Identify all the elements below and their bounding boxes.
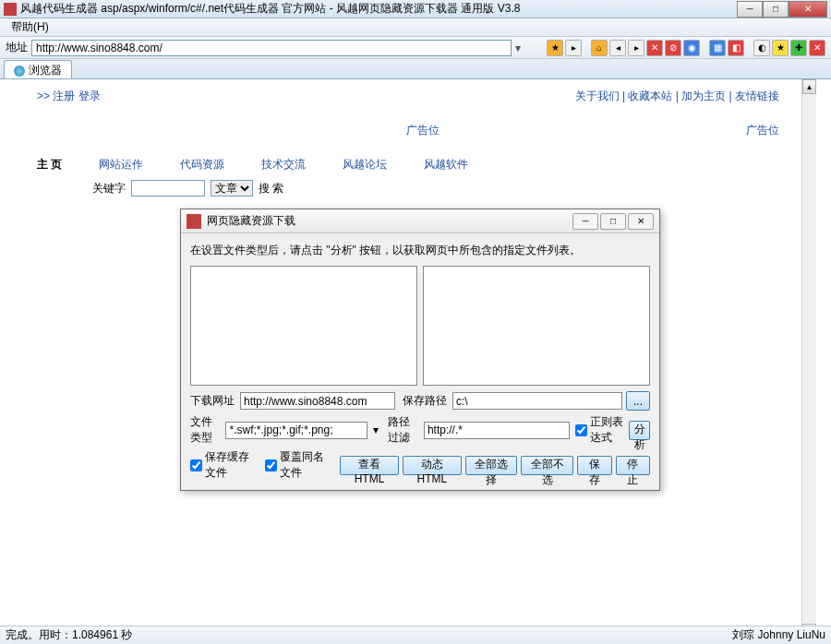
address-bar: 地址 ▾ ★ ▸ ⌂ ◂ ▸ ✕ ⊘ ◉ ▦ ◧ ◐ ★ ✚ ✕: [0, 37, 831, 59]
address-dropdown-icon[interactable]: ▾: [515, 42, 521, 54]
friendlinks-link[interactable]: 友情链接: [735, 89, 779, 102]
filter-input[interactable]: [424, 422, 570, 439]
savepath-input[interactable]: [452, 392, 622, 410]
result-listbox[interactable]: [423, 266, 650, 386]
keyword-label: 关键字: [92, 181, 126, 197]
tool-icon-stop2[interactable]: ⊘: [665, 40, 681, 56]
app-icon: [4, 3, 17, 16]
tab-globe-icon: [14, 66, 25, 77]
filetype-label: 文件类型: [190, 414, 222, 446]
maximize-button[interactable]: □: [763, 1, 789, 18]
favorite-link[interactable]: 收藏本站: [628, 89, 672, 102]
menu-bar: 帮助(H): [0, 18, 831, 37]
minimize-button[interactable]: ─: [737, 1, 763, 18]
register-link[interactable]: >> 注册: [37, 89, 75, 102]
search-button[interactable]: 搜 索: [259, 181, 283, 197]
vertical-scrollbar[interactable]: ▲ ▼: [801, 79, 816, 638]
main-titlebar: 风越代码生成器 asp/aspx/winform/c#/.net代码生成器 官方…: [0, 0, 831, 18]
about-link[interactable]: 关于我们: [575, 89, 620, 102]
nav-code[interactable]: 代码资源: [180, 157, 224, 173]
content-area: ▲ ▼ >> 注册 登录 关于我们 | 收藏本站 | 加为主页 | 友情链接 广…: [0, 79, 831, 638]
scroll-up-icon[interactable]: ▲: [802, 79, 816, 94]
source-listbox[interactable]: [190, 266, 417, 386]
overwrite-text: 覆盖同名文件: [280, 449, 331, 481]
dialog-titlebar[interactable]: 网页隐藏资源下载 ─ □ ✕: [181, 209, 659, 233]
download-dialog: 网页隐藏资源下载 ─ □ ✕ 在设置文件类型后，请点击 "分析" 按钮，以获取网…: [180, 209, 660, 491]
sethome-link[interactable]: 加为主页: [681, 89, 726, 102]
nav-site[interactable]: 网站运作: [99, 157, 143, 173]
auth-links: >> 注册 登录: [37, 89, 101, 104]
menu-help[interactable]: 帮助(H): [6, 18, 54, 37]
row-url: 下载网址 保存路径 ...: [190, 391, 650, 411]
tool-icon-green[interactable]: ✚: [790, 40, 807, 56]
tool-icon-globe2[interactable]: ◐: [753, 40, 770, 56]
util-links: 关于我们 | 收藏本站 | 加为主页 | 友情链接: [575, 89, 779, 104]
toolbar-icons: ★ ▸ ⌂ ◂ ▸ ✕ ⊘ ◉ ▦ ◧ ◐ ★ ✚ ✕: [547, 40, 825, 56]
tab-bar: 浏览器: [0, 59, 831, 79]
star-icon[interactable]: ★: [772, 40, 789, 56]
stop-icon[interactable]: ✕: [646, 40, 663, 56]
back-icon[interactable]: ◂: [609, 40, 626, 56]
browse-button[interactable]: ...: [626, 391, 650, 411]
window-title: 风越代码生成器 asp/aspx/winform/c#/.net代码生成器 官方…: [20, 1, 737, 17]
filetype-dropdown-icon[interactable]: ▾: [371, 423, 380, 436]
nav-home[interactable]: 主 页: [37, 157, 62, 173]
home-icon[interactable]: ⌂: [591, 40, 608, 56]
tab-label: 浏览器: [29, 63, 62, 78]
row-type: 文件类型 ▾ 路径过滤 正则表达式 分析: [190, 414, 650, 446]
dialog-title: 网页隐藏资源下载: [207, 213, 572, 229]
tool-icon-red[interactable]: ◧: [728, 40, 744, 56]
url-input[interactable]: [240, 392, 395, 410]
web-page: >> 注册 登录 关于我们 | 收藏本站 | 加为主页 | 友情链接 广告位 广…: [0, 79, 816, 206]
nav-forum[interactable]: 风越论坛: [343, 157, 387, 173]
tool-icon-1[interactable]: ★: [547, 40, 563, 56]
selectall-button[interactable]: 全部选择: [465, 456, 518, 475]
overwrite-checkbox-label[interactable]: 覆盖同名文件: [265, 449, 331, 481]
selectnone-button[interactable]: 全部不选: [521, 456, 573, 475]
keyword-input[interactable]: [131, 180, 205, 197]
filter-label: 路径过滤: [388, 414, 419, 446]
login-link[interactable]: 登录: [78, 89, 101, 102]
tool-icon-close[interactable]: ✕: [809, 40, 825, 56]
status-bar: 完成。用时：1.084961 秒 刘琮 Johnny LiuNu: [0, 626, 831, 644]
address-input[interactable]: [31, 40, 512, 56]
tool-icon-2[interactable]: ▸: [565, 40, 582, 56]
save-button[interactable]: 保存: [577, 456, 611, 475]
forward-icon[interactable]: ▸: [628, 40, 644, 56]
regex-checkbox-label[interactable]: 正则表达式: [575, 414, 623, 446]
tool-icon-doc[interactable]: ▦: [709, 40, 726, 56]
dialog-minimize-button[interactable]: ─: [572, 213, 598, 230]
dialog-hint: 在设置文件类型后，请点击 "分析" 按钮，以获取网页中所包含的指定文件列表。: [190, 243, 650, 258]
savepath-label: 保存路径: [403, 393, 449, 409]
ad-row: 广告位 广告位: [37, 123, 779, 138]
browser-tab[interactable]: 浏览器: [4, 60, 72, 78]
dialog-maximize-button[interactable]: □: [600, 213, 626, 230]
analyze-button[interactable]: 分析: [629, 421, 650, 440]
status-right: 刘琮 Johnny LiuNu: [732, 627, 825, 643]
search-type-select[interactable]: 文章: [211, 180, 253, 197]
globe-icon[interactable]: ◉: [683, 40, 700, 56]
regex-checkbox[interactable]: [575, 424, 587, 436]
search-row: 关键字 文章 搜 索: [92, 180, 779, 197]
nav-soft[interactable]: 风越软件: [424, 157, 468, 173]
window-buttons: ─ □ ✕: [737, 1, 827, 18]
overwrite-checkbox[interactable]: [265, 459, 277, 471]
dialog-app-icon: [187, 214, 201, 229]
ad-slot-1: 广告位: [406, 123, 440, 138]
main-nav: 主 页 网站运作 代码资源 技术交流 风越论坛 风越软件: [37, 157, 779, 173]
dialog-body: 在设置文件类型后，请点击 "分析" 按钮，以获取网页中所包含的指定文件列表。 下…: [181, 233, 659, 490]
dialog-lists: [190, 266, 650, 386]
close-button[interactable]: ✕: [789, 1, 827, 18]
nav-tech[interactable]: 技术交流: [261, 157, 306, 173]
keepcache-text: 保存缓存文件: [205, 449, 256, 481]
dialog-button-row: 保存缓存文件 覆盖同名文件 查看HTML 动态HTML 全部选择 全部不选 保存…: [190, 449, 650, 481]
viewhtml-button[interactable]: 查看HTML: [340, 456, 399, 475]
dialog-close-button[interactable]: ✕: [628, 213, 654, 230]
filetype-input[interactable]: [225, 422, 367, 439]
dynhtml-button[interactable]: 动态HTML: [403, 456, 462, 475]
url-label: 下载网址: [190, 393, 236, 409]
stop-button[interactable]: 停止: [616, 456, 650, 475]
keepcache-checkbox-label[interactable]: 保存缓存文件: [190, 449, 256, 481]
keepcache-checkbox[interactable]: [190, 459, 202, 471]
status-left: 完成。用时：1.084961 秒: [6, 627, 132, 643]
